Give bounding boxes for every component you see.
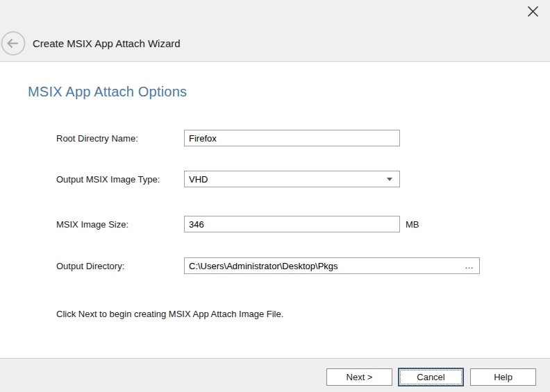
- output-directory-input[interactable]: [184, 257, 480, 274]
- root-directory-label: Root Directry Name:: [56, 130, 138, 146]
- form-row-image-type: Output MSIX Image Type: VHD: [0, 171, 550, 187]
- wizard-header: Create MSIX App Attach Wizard: [0, 0, 550, 62]
- wizard-title: Create MSIX App Attach Wizard: [33, 37, 181, 49]
- form-row-root-directory: Root Directry Name:: [0, 130, 550, 146]
- instruction-text: Click Next to begin creating MSIX App At…: [56, 309, 283, 319]
- image-type-dropdown[interactable]: VHD: [184, 171, 400, 187]
- close-button[interactable]: [522, 3, 543, 22]
- back-arrow-icon: [1, 48, 26, 58]
- page-title: MSIX App Attach Options: [28, 84, 187, 100]
- close-icon: [527, 6, 539, 19]
- image-type-value: VHD: [189, 174, 387, 185]
- back-button[interactable]: [1, 31, 26, 56]
- browse-button[interactable]: …: [461, 258, 478, 273]
- help-button[interactable]: Help: [470, 368, 536, 386]
- wizard-footer: Next > Cancel Help: [0, 358, 550, 392]
- output-directory-label: Output Directory:: [56, 257, 124, 274]
- image-size-unit-label: MB: [406, 216, 419, 232]
- form-row-image-size: MSIX Image Size: MB: [0, 216, 550, 232]
- image-type-label: Output MSIX Image Type:: [56, 171, 160, 187]
- chevron-down-icon: [387, 178, 392, 181]
- image-size-input[interactable]: [184, 216, 400, 232]
- next-button[interactable]: Next >: [326, 368, 392, 386]
- form-row-output-directory: Output Directory: …: [0, 257, 550, 274]
- root-directory-input[interactable]: [184, 130, 400, 146]
- cancel-button[interactable]: Cancel: [398, 368, 464, 386]
- wizard-window: Create MSIX App Attach Wizard MSIX App A…: [0, 0, 550, 392]
- wizard-content: MSIX App Attach Options Root Directry Na…: [0, 62, 550, 358]
- image-size-label: MSIX Image Size:: [56, 216, 128, 232]
